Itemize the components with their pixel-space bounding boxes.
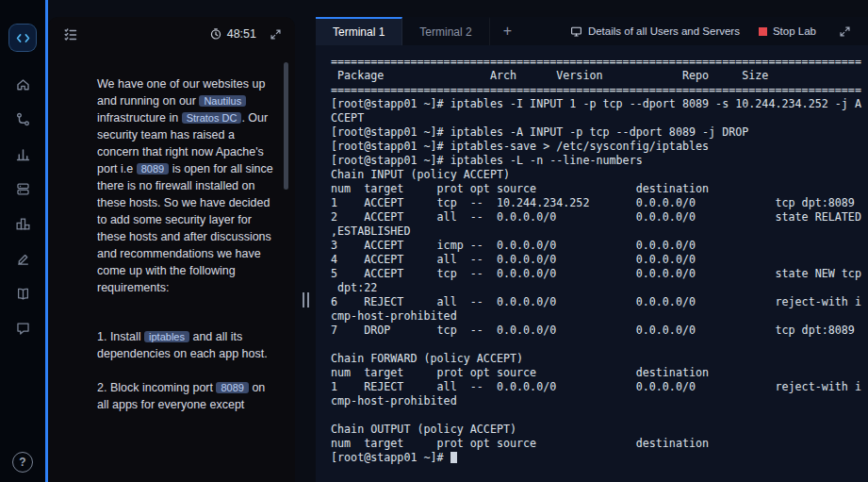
terminal-line: cmp-host-prohibited [331,394,868,408]
highlight-chip: 8089 [216,382,248,393]
stop-button-label: Stop Lab [773,25,816,37]
code-icon[interactable] [9,25,36,51]
terminal-line: [root@stapp01 ~]# iptables-save > /etc/s… [331,140,868,154]
highlight-chip: Stratos DC [182,112,242,124]
new-terminal-button[interactable]: + [490,17,525,45]
task-panel-header: 48:51 [48,17,295,51]
terminal-line: 1 ACCEPT tcp -- 10.244.234.252 0.0.0.0/0… [331,196,868,210]
expand-terminal-icon[interactable] [835,22,855,42]
terminal-line: 1 REJECT all -- 0.0.0.0/0 0.0.0.0/0 reje… [331,380,868,394]
task-panel-scrollbar[interactable] [284,62,288,190]
terminal-output[interactable]: ========================================… [316,45,868,482]
terminal-line: Chain FORWARD (policy ACCEPT) [331,352,868,366]
clock-icon [209,27,222,41]
book-icon[interactable] [9,280,36,307]
chart-icon[interactable] [9,141,36,167]
task-requirements: 1. Install iptables and all its dependen… [97,328,276,413]
terminal-line: 6 REJECT all -- 0.0.0.0/0 0.0.0.0/0 reje… [331,295,868,309]
terminal-line: cmp-host-prohibited [331,309,868,324]
terminal-line: [root@stapp01 ~]# iptables -A INPUT -p t… [331,125,868,140]
task-description[interactable]: We have one of our websites up and runni… [48,51,295,482]
terminal-line: dpt:22 [331,281,868,295]
terminal-panel: Terminal 1Terminal 2 + Details of all Us… [316,17,868,482]
terminal-tab[interactable]: Terminal 1 [316,17,402,45]
rank-icon[interactable] [9,210,36,237]
flow-icon[interactable] [9,106,36,132]
terminal-line: 5 ACCEPT tcp -- 0.0.0.0/0 0.0.0.0/0 stat… [331,267,868,281]
terminal-line: num target prot opt source destination [331,437,868,451]
terminal-line [331,338,868,352]
terminal-line: ========================================… [331,55,868,69]
highlight-chip: 8089 [137,163,169,175]
monitor-icon [570,25,582,38]
lab-timer: 48:51 [209,27,256,41]
app-window: ? 48:51 [0,0,868,482]
terminal-tab[interactable]: Terminal 2 [402,17,489,45]
icon-rail: ? [0,0,45,482]
terminal-line: 3 ACCEPT icmp -- 0.0.0.0/0 0.0.0.0/0 [331,239,868,253]
timer-value: 48:51 [227,27,256,41]
stop-lab-button[interactable]: Stop Lab [759,25,816,37]
terminal-cursor [450,452,457,463]
requirement-item: 2. Block incoming port 8089 on all apps … [97,379,276,413]
terminal-line: Package Arch Version Repo Size [331,69,868,83]
resize-handle-icon[interactable] [303,292,309,307]
terminal-line: Chain OUTPUT (policy ACCEPT) [331,423,868,437]
terminal-line: num target prot opt source destination [331,366,868,380]
terminal-line: [root@stapp01 ~]# iptables -I INPUT 1 -p… [331,97,868,111]
terminal-line: num target prot opt source destination [331,182,868,196]
home-icon[interactable] [9,71,36,97]
task-list-icon[interactable] [63,26,78,42]
workspace: 48:51 We have one of our websites up and… [48,0,868,482]
details-button-label: Details of all Users and Servers [588,25,740,37]
terminal-tabbar: Terminal 1Terminal 2 + Details of all Us… [316,17,868,45]
highlight-chip: iptables [144,331,189,342]
task-paragraph: We have one of our websites up and runni… [97,75,276,296]
terminal-line: [root@stapp01 ~]# iptables -L -n --line-… [331,154,868,168]
requirement-item: 1. Install iptables and all its dependen… [97,328,276,362]
terminal-line: ========================================… [331,83,868,97]
terminal-line: ,ESTABLISHED [331,224,868,239]
expand-task-panel-icon[interactable] [266,25,286,44]
terminal-tabs: Terminal 1Terminal 2 [316,17,490,45]
notes-icon[interactable] [9,245,36,272]
terminal-line: 4 ACCEPT all -- 0.0.0.0/0 0.0.0.0/0 [331,253,868,267]
terminal-line: 2 ACCEPT all -- 0.0.0.0/0 0.0.0.0/0 stat… [331,210,868,224]
task-panel: 48:51 We have one of our websites up and… [48,17,295,482]
highlight-chip: Nautilus [199,95,246,107]
details-users-servers-button[interactable]: Details of all Users and Servers [570,25,740,38]
terminal-line: CCEPT [331,111,868,125]
help-icon[interactable]: ? [12,452,33,473]
terminal-line: Chain INPUT (policy ACCEPT) [331,168,868,182]
terminal-line [331,408,868,423]
chat-icon[interactable] [9,315,36,341]
panel-resize-gutter[interactable] [295,17,316,482]
server-icon[interactable] [9,175,36,202]
stop-icon [759,27,767,36]
terminal-line: 7 DROP tcp -- 0.0.0.0/0 0.0.0.0/0 tcp dp… [331,324,868,338]
terminal-line: [root@stapp01 ~]# [331,451,868,465]
terminal-bar-actions: Details of all Users and Servers Stop La… [570,17,868,45]
